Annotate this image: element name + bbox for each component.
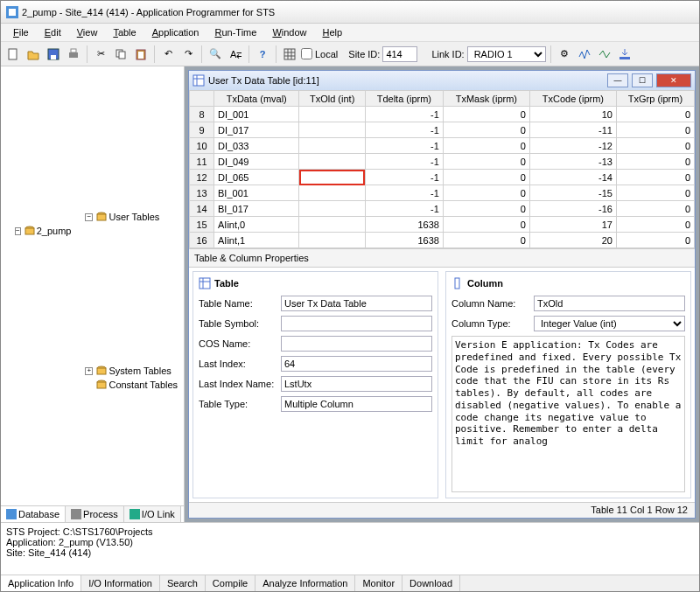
table-row[interactable]: 10DI_033-10-120: [190, 138, 695, 154]
grid-cell[interactable]: -1: [365, 138, 443, 154]
table-type-field[interactable]: [281, 396, 432, 412]
grid-cell[interactable]: 0: [616, 185, 694, 201]
collapse-icon[interactable]: −: [15, 227, 21, 235]
minimize-button[interactable]: —: [607, 73, 628, 87]
grid-cell[interactable]: DI_049: [214, 154, 299, 170]
data-grid[interactable]: TxData (mval)TxOld (int)Tdelta (iprm)TxM…: [189, 90, 695, 248]
grid-cell[interactable]: -16: [529, 201, 616, 217]
table-symbol-field[interactable]: [281, 316, 432, 331]
table-row[interactable]: 9DI_017-10-110: [190, 122, 695, 138]
table-row[interactable]: 14BI_017-10-160: [190, 201, 695, 217]
grid-header[interactable]: TxCode (iprm): [529, 91, 616, 107]
column-type-select[interactable]: Integer Value (int): [534, 316, 685, 331]
find-icon[interactable]: 🔍: [206, 45, 224, 63]
tab-iolink[interactable]: I/O Link: [124, 506, 181, 522]
maximize-button[interactable]: ☐: [632, 73, 653, 87]
grid-cell[interactable]: -12: [529, 138, 616, 154]
close-button[interactable]: ✕: [656, 73, 691, 87]
grid-cell[interactable]: AIint,0: [214, 217, 299, 233]
grid-cell[interactable]: BI_001: [214, 185, 299, 201]
tab-process[interactable]: Process: [66, 506, 124, 522]
grid-header[interactable]: TxData (mval): [214, 91, 299, 107]
gear-icon[interactable]: ⚙: [556, 45, 573, 63]
last-index-name-field[interactable]: [281, 376, 432, 392]
bottom-tab[interactable]: I/O Information: [81, 575, 160, 591]
grid-cell[interactable]: 0: [443, 107, 529, 122]
grid-cell[interactable]: 0: [443, 201, 529, 217]
grid-cell[interactable]: 9: [190, 122, 214, 138]
table-row[interactable]: 13BI_001-10-150: [190, 185, 695, 201]
help-icon[interactable]: ?: [254, 45, 271, 63]
menu-table[interactable]: Table: [106, 25, 143, 39]
grid-cell[interactable]: 0: [616, 217, 694, 233]
menu-help[interactable]: Help: [316, 25, 350, 39]
table-row[interactable]: 15AIint,016380170: [190, 217, 695, 233]
grid-cell[interactable]: DI_065: [214, 170, 299, 185]
grid-cell[interactable]: 8: [190, 107, 214, 122]
undo-icon[interactable]: ↶: [159, 45, 177, 63]
menu-view[interactable]: View: [70, 25, 105, 39]
grid-cell[interactable]: -1: [365, 170, 443, 185]
grid-cell[interactable]: 0: [616, 138, 694, 154]
grid-cell[interactable]: -14: [529, 170, 616, 185]
grid-icon[interactable]: [281, 45, 298, 63]
grid-header[interactable]: Tdelta (iprm): [365, 91, 443, 107]
table-name-field[interactable]: [281, 296, 432, 311]
menu-file[interactable]: FFileile: [6, 25, 36, 39]
tree-constant-tables[interactable]: Constant Tables: [108, 378, 178, 392]
grid-cell[interactable]: -15: [529, 185, 616, 201]
grid-cell[interactable]: 0: [443, 122, 529, 138]
grid-header[interactable]: TxMask (iprm): [443, 91, 529, 107]
monitor2-icon[interactable]: [596, 45, 613, 63]
grid-cell[interactable]: 0: [443, 138, 529, 154]
grid-cell[interactable]: 0: [443, 185, 529, 201]
grid-header[interactable]: [190, 91, 214, 107]
grid-cell[interactable]: -1: [365, 201, 443, 217]
table-row[interactable]: 8DI_001-10100: [190, 107, 695, 122]
grid-cell[interactable]: -11: [529, 122, 616, 138]
expand-icon[interactable]: +: [85, 367, 93, 375]
grid-cell[interactable]: [299, 233, 365, 248]
grid-cell[interactable]: 20: [529, 233, 616, 248]
tree-user-tables[interactable]: User Tables: [108, 210, 159, 224]
bottom-tab[interactable]: Download: [402, 575, 460, 591]
column-name-field[interactable]: [534, 296, 685, 311]
grid-cell[interactable]: [299, 201, 365, 217]
grid-cell[interactable]: 0: [616, 107, 694, 122]
grid-cell[interactable]: AIint,1: [214, 233, 299, 248]
linkid-select[interactable]: RADIO 1: [467, 46, 546, 62]
grid-cell[interactable]: 0: [443, 233, 529, 248]
redo-icon[interactable]: ↷: [179, 45, 197, 63]
grid-cell[interactable]: 0: [616, 122, 694, 138]
grid-cell[interactable]: BI_017: [214, 201, 299, 217]
grid-cell[interactable]: DI_017: [214, 122, 299, 138]
tree-root[interactable]: 2_pump: [37, 224, 72, 238]
last-index-field[interactable]: [281, 356, 432, 372]
grid-cell[interactable]: 1638: [365, 217, 443, 233]
grid-cell[interactable]: 0: [616, 201, 694, 217]
grid-cell[interactable]: [299, 170, 365, 185]
grid-cell[interactable]: -1: [365, 122, 443, 138]
menu-application[interactable]: Application: [145, 25, 206, 39]
tab-database[interactable]: Database: [1, 506, 66, 522]
copy-icon[interactable]: [112, 45, 130, 63]
grid-cell[interactable]: [299, 217, 365, 233]
siteid-field[interactable]: [382, 46, 417, 62]
table-row[interactable]: 12DI_065-10-140: [190, 170, 695, 185]
grid-cell[interactable]: 10: [529, 107, 616, 122]
bottom-tab[interactable]: Monitor: [355, 575, 402, 591]
grid-cell[interactable]: 12: [190, 170, 214, 185]
grid-cell[interactable]: [299, 185, 365, 201]
grid-cell[interactable]: [299, 122, 365, 138]
new-icon[interactable]: [4, 45, 22, 63]
grid-cell[interactable]: DI_033: [214, 138, 299, 154]
download-icon[interactable]: [616, 45, 634, 63]
grid-cell[interactable]: [299, 107, 365, 122]
tree-system-tables[interactable]: System Tables: [108, 364, 171, 378]
menu-runtime[interactable]: Run-Time: [208, 25, 264, 39]
grid-cell[interactable]: [299, 154, 365, 170]
bottom-tab[interactable]: Compile: [206, 575, 256, 591]
grid-cell[interactable]: [299, 138, 365, 154]
grid-cell[interactable]: 0: [443, 154, 529, 170]
menu-window[interactable]: Window: [265, 25, 313, 39]
